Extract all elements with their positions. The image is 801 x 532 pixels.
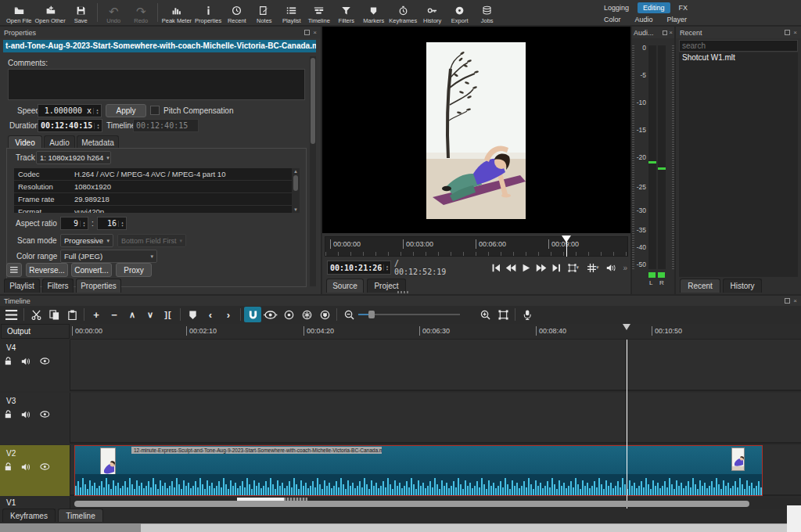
tab-source[interactable]: Source (326, 279, 364, 293)
hide-eye-icon[interactable] (40, 358, 50, 365)
aspect-w-spinbox[interactable]: 9 ▴▾ (60, 217, 88, 230)
timeline-menu-button[interactable] (3, 307, 20, 322)
track-dropdown[interactable]: 1: 1080x1920 h264 ▾ (36, 151, 111, 164)
lift-button[interactable]: ∧ (124, 307, 141, 322)
reverse-button[interactable]: Reverse... (26, 263, 68, 277)
open-other-button[interactable]: Open Other (34, 1, 67, 24)
properties-button[interactable]: Properties (193, 1, 223, 24)
next-marker-button[interactable]: › (220, 307, 237, 322)
zoom-out-button[interactable] (340, 307, 357, 322)
comments-textarea[interactable] (8, 69, 305, 100)
cut-button[interactable] (27, 307, 45, 322)
close-panel-icon[interactable]: × (313, 30, 317, 35)
player-scrubber[interactable]: 00:00:00 00:03:00 00:06:00 00:09:00 (325, 236, 628, 257)
scrub-while-dragging-button[interactable] (262, 307, 279, 322)
skip-to-end-button[interactable] (550, 261, 562, 275)
close-panel-icon[interactable]: × (793, 298, 797, 304)
recent-button[interactable]: Recent (223, 1, 250, 24)
zoom-slider-handle[interactable] (368, 311, 375, 318)
apply-button[interactable]: Apply (106, 104, 146, 117)
zoom-fit-button[interactable] (494, 307, 512, 322)
hide-eye-icon[interactable] (40, 463, 50, 470)
media-info-table[interactable]: CodecH.264 / AVC / MPEG-4 AVC / MPEG-4 p… (14, 168, 292, 213)
dock-drag-handle[interactable] (397, 291, 410, 293)
filters-button[interactable]: Filters (332, 1, 360, 24)
timeline-clip[interactable]: 12-minute-Express-Sculpt-and-Tone-Aug-9-… (74, 445, 763, 496)
timeline-ruler[interactable]: 00:00:00 00:02:10 00:04:20 00:06:30 00:0… (70, 324, 801, 340)
dock-tab-filters[interactable]: Filters (42, 279, 74, 293)
dock-tab-playlist[interactable]: Playlist (4, 279, 40, 293)
track-lane-v2[interactable]: V2 12-minute-Express-Sculpt-and-Tone-Aug… (0, 445, 801, 496)
aspect-h-spinbox[interactable]: 16 ▴▾ (97, 217, 127, 230)
float-panel-icon[interactable] (785, 298, 790, 304)
copy-button[interactable] (45, 307, 63, 322)
mute-speaker-icon[interactable] (21, 358, 31, 365)
dock-tab-keyframes[interactable]: Keyframes (2, 509, 56, 522)
dock-tab-history[interactable]: History (723, 279, 762, 293)
layout-editing-button[interactable]: Editing (638, 2, 670, 13)
dock-resize-handle[interactable] (672, 45, 674, 269)
create-marker-button[interactable] (184, 307, 201, 322)
properties-scrollbar[interactable] (310, 56, 316, 286)
layout-player-button[interactable]: Player (662, 14, 693, 25)
ripple-all-tracks-button[interactable] (298, 307, 315, 322)
timeline-button[interactable]: Timeline (305, 1, 332, 24)
ripple-delete-button[interactable]: − (106, 307, 123, 322)
previous-marker-button[interactable]: ‹ (202, 307, 219, 322)
ripple-button[interactable] (280, 307, 297, 322)
export-button[interactable]: Export (446, 1, 473, 24)
table-scrollbar[interactable]: ▲ ▼ (292, 168, 300, 213)
zoom-player-button[interactable]: ▾ (565, 261, 581, 275)
record-audio-button[interactable] (519, 307, 536, 322)
dock-tab-recent[interactable]: Recent (680, 279, 720, 293)
spin-down-icon[interactable]: ▾ (119, 224, 126, 227)
play-button[interactable] (520, 261, 532, 275)
track-head-v3[interactable]: V3 (0, 393, 70, 444)
redo-button[interactable]: ↷ Redo (128, 1, 155, 24)
list-item[interactable]: Shotcut W1.mlt (679, 52, 798, 64)
dock-resize-handle[interactable] (632, 45, 634, 269)
layout-logging-button[interactable]: Logging (598, 2, 634, 13)
track-lane-v3[interactable]: V3 (0, 393, 801, 444)
color-range-dropdown[interactable]: Full (JPEG) ▾ (60, 250, 157, 263)
track-lane-v4[interactable]: V4 (0, 340, 801, 391)
history-button[interactable]: History (418, 1, 446, 24)
speed-spinbox[interactable]: 1.000000 x ▴▾ (38, 104, 102, 117)
lock-icon[interactable] (5, 357, 12, 365)
search-input[interactable] (679, 40, 798, 52)
track-head-v4[interactable]: V4 (0, 340, 70, 391)
output-track-head[interactable]: Output (1, 324, 70, 339)
jobs-button[interactable]: Jobs (473, 1, 501, 24)
spin-down-icon[interactable]: ▾ (94, 111, 101, 114)
convert-button[interactable]: Convert... (71, 263, 112, 277)
layout-color-button[interactable]: Color (598, 14, 627, 25)
rewind-button[interactable] (505, 261, 517, 275)
ripple-markers-button[interactable] (316, 307, 333, 322)
float-panel-icon[interactable] (785, 30, 790, 35)
spin-down-icon[interactable]: ▾ (81, 224, 88, 227)
tab-metadata[interactable]: Metadata (77, 135, 119, 149)
spin-down-icon[interactable]: ▾ (384, 268, 390, 271)
track-head-v2-active[interactable]: V2 (0, 445, 70, 496)
close-panel-icon[interactable]: × (793, 30, 797, 35)
track-head-v1[interactable]: V1 (0, 498, 70, 509)
split-button[interactable]: ][ (160, 307, 177, 322)
markers-button[interactable]: Markers (360, 1, 387, 24)
grid-button[interactable]: ▾ (584, 261, 602, 275)
layout-fx-button[interactable]: FX (673, 2, 694, 13)
skip-to-start-button[interactable] (490, 261, 502, 275)
hide-eye-icon[interactable] (40, 411, 50, 418)
dock-tab-timeline[interactable]: Timeline (58, 509, 103, 522)
tab-video[interactable]: Video (8, 135, 42, 149)
spin-down-icon[interactable]: ▾ (95, 126, 102, 129)
duration-spinbox[interactable]: 00:12:40:15 ▴▾ (38, 119, 102, 132)
float-panel-icon[interactable] (663, 31, 667, 35)
keyframes-button[interactable]: Keyframes (387, 1, 418, 24)
proxy-button[interactable]: Proxy (116, 263, 152, 277)
notes-button[interactable]: Notes (250, 1, 278, 24)
timeline-playhead-head[interactable] (623, 324, 630, 334)
tab-audio[interactable]: Audio (44, 135, 75, 149)
scan-mode-dropdown[interactable]: Progressive ▾ (60, 234, 113, 247)
mute-speaker-icon[interactable] (21, 411, 31, 419)
float-panel-icon[interactable] (304, 30, 310, 35)
